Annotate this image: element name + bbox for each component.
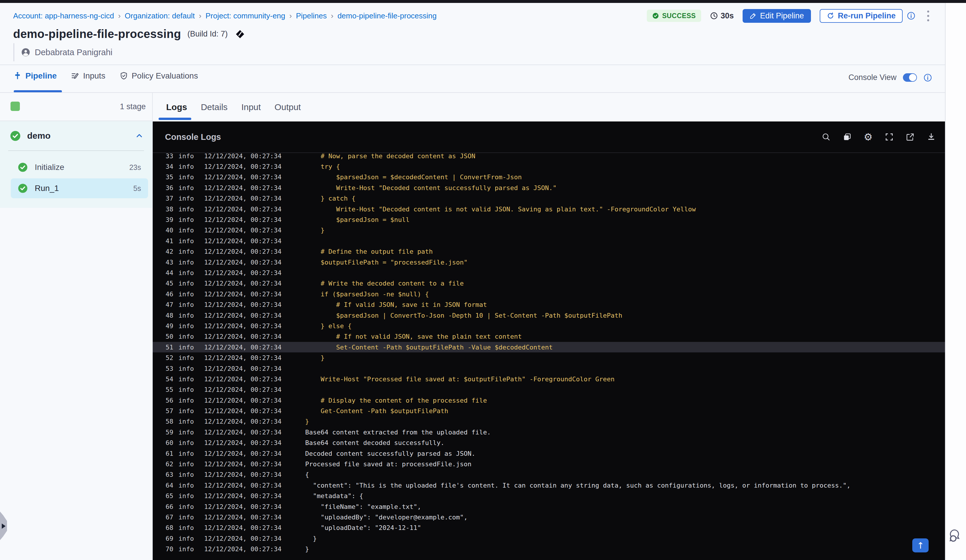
log-row-39[interactable]: 39info12/12/2024, 00:27:34 $parsedJson =… (153, 214, 945, 225)
chevron-up-icon[interactable] (135, 132, 143, 140)
expand-panel-handle[interactable] (0, 512, 7, 540)
log-row-46[interactable]: 46info12/12/2024, 00:27:34 if ($parsedJs… (153, 289, 945, 299)
breadcrumb-link-2[interactable]: Project: community-eng (205, 11, 285, 20)
tab-input[interactable]: Input (241, 102, 261, 112)
log-row-63[interactable]: 63info12/12/2024, 00:27:34{ (153, 470, 945, 480)
breadcrumb-link-0[interactable]: Account: app-harness-ng-cicd (13, 11, 114, 20)
settings-icon[interactable]: ⚙ (863, 132, 873, 142)
log-row-35[interactable]: 35info12/12/2024, 00:27:34 $parsedJson =… (153, 172, 945, 182)
edit-pipeline-button[interactable]: Edit Pipeline (743, 9, 811, 23)
step-name: Run_1 (35, 184, 133, 193)
log-row-68[interactable]: 68info12/12/2024, 00:27:34 "uploadDate":… (153, 522, 945, 533)
log-timestamp: 12/12/2024, 00:27:34 (204, 503, 305, 511)
log-line-number: 37 (166, 195, 178, 202)
log-message: # Now, parse the decoded content as JSON (305, 154, 475, 160)
log-row-36[interactable]: 36info12/12/2024, 00:27:34 Write-Host "D… (153, 182, 945, 193)
log-timestamp: 12/12/2024, 00:27:34 (204, 312, 305, 319)
tab-inputs-label: Inputs (83, 71, 105, 80)
step-duration: 23s (129, 163, 141, 172)
log-message: Base64 content decoded successfully. (305, 439, 444, 447)
console-toolbar: ⚙ (821, 132, 936, 142)
breadcrumb-link-4[interactable]: demo-pipeline-file-processing (338, 11, 437, 20)
log-row-49[interactable]: 49info12/12/2024, 00:27:34 } else { (153, 320, 945, 331)
console-view-toggle[interactable] (903, 73, 917, 82)
stage-header-demo[interactable]: demo (0, 121, 152, 150)
step-detail-tabs: Logs Details Input Output (153, 93, 945, 122)
copy-icon[interactable] (842, 132, 852, 142)
tab-inputs[interactable]: Inputs (71, 71, 105, 80)
log-message: } (305, 354, 324, 361)
log-row-41[interactable]: 41info12/12/2024, 00:27:34 (153, 236, 945, 246)
step-row-run_1[interactable]: Run_15s (11, 178, 148, 198)
log-row-57[interactable]: 57info12/12/2024, 00:27:34 Get-Content -… (153, 406, 945, 416)
stage-status-square (10, 102, 20, 111)
log-message: "fileName": "example.txt", (305, 503, 421, 511)
breadcrumb-link-3[interactable]: Pipelines (296, 11, 327, 20)
log-row-50[interactable]: 50info12/12/2024, 00:27:34 # If not vali… (153, 332, 945, 342)
log-row-40[interactable]: 40info12/12/2024, 00:27:34 } (153, 225, 945, 236)
scroll-to-top-button[interactable]: ↑ (912, 539, 928, 552)
step-row-initialize[interactable]: Initialize23s (11, 158, 148, 177)
log-row-34[interactable]: 34info12/12/2024, 00:27:34 try { (153, 161, 945, 172)
log-row-58[interactable]: 58info12/12/2024, 00:27:34} (153, 416, 945, 427)
log-row-37[interactable]: 37info12/12/2024, 00:27:34 } catch { (153, 193, 945, 204)
log-row-52[interactable]: 52info12/12/2024, 00:27:34 } (153, 352, 945, 363)
log-row-48[interactable]: 48info12/12/2024, 00:27:34 $parsedJson |… (153, 310, 945, 320)
log-row-67[interactable]: 67info12/12/2024, 00:27:34 "uploadedBy":… (153, 512, 945, 522)
log-line-number: 63 (166, 471, 178, 478)
rerun-pipeline-button[interactable]: Re-run Pipeline (820, 9, 903, 23)
log-row-69[interactable]: 69info12/12/2024, 00:27:34 } (153, 533, 945, 544)
log-row-59[interactable]: 59info12/12/2024, 00:27:34Base64 content… (153, 427, 945, 437)
log-line-number: 41 (166, 237, 178, 245)
log-row-60[interactable]: 60info12/12/2024, 00:27:34Base64 content… (153, 438, 945, 448)
tab-logs[interactable]: Logs (166, 102, 187, 112)
log-line-number: 49 (166, 322, 178, 330)
harness-logo-icon (235, 30, 245, 39)
log-line-number: 66 (166, 503, 178, 511)
console-view-label: Console View (848, 73, 897, 82)
log-row-70[interactable]: 70info12/12/2024, 00:27:34} (153, 544, 945, 554)
rerun-info-icon[interactable] (907, 11, 915, 20)
tab-policy-evaluations[interactable]: Policy Evaluations (120, 71, 198, 80)
log-timestamp: 12/12/2024, 00:27:34 (204, 386, 305, 393)
log-row-56[interactable]: 56info12/12/2024, 00:27:34 # Display the… (153, 395, 945, 406)
open-in-new-icon[interactable] (905, 132, 915, 142)
stage-count-row: 1 stage (0, 93, 152, 121)
log-row-45[interactable]: 45info12/12/2024, 00:27:34 # Write the d… (153, 278, 945, 289)
tab-output[interactable]: Output (274, 102, 301, 112)
breadcrumb-link-1[interactable]: Organization: default (125, 11, 195, 20)
log-row-38[interactable]: 38info12/12/2024, 00:27:34 Write-Host "D… (153, 204, 945, 214)
more-options-menu[interactable] (924, 9, 932, 23)
log-row-42[interactable]: 42info12/12/2024, 00:27:34 # Define the … (153, 246, 945, 257)
tab-pipeline[interactable]: Pipeline (13, 71, 57, 80)
log-row-61[interactable]: 61info12/12/2024, 00:27:34Decoded conten… (153, 448, 945, 459)
log-row-44[interactable]: 44info12/12/2024, 00:27:34 (153, 268, 945, 278)
log-timestamp: 12/12/2024, 00:27:34 (204, 184, 305, 192)
log-row-53[interactable]: 53info12/12/2024, 00:27:34 (153, 363, 945, 374)
right-gutter (945, 3, 966, 560)
log-row-65[interactable]: 65info12/12/2024, 00:27:34 "metadata": { (153, 491, 945, 501)
avatar-icon (21, 48, 30, 57)
log-row-64[interactable]: 64info12/12/2024, 00:27:34 "content": "T… (153, 480, 945, 491)
stage-success-icon (10, 130, 21, 141)
console-view-info-icon[interactable] (923, 73, 932, 82)
log-level: info (178, 460, 204, 468)
log-row-55[interactable]: 55info12/12/2024, 00:27:34 (153, 384, 945, 395)
download-icon[interactable] (926, 132, 936, 142)
log-row-54[interactable]: 54info12/12/2024, 00:27:34 Write-Host "P… (153, 374, 945, 384)
log-row-47[interactable]: 47info12/12/2024, 00:27:34 # If valid JS… (153, 299, 945, 310)
log-row-33[interactable]: 33info12/12/2024, 00:27:34 # Now, parse … (153, 154, 945, 161)
log-row-43[interactable]: 43info12/12/2024, 00:27:34 $outputFilePa… (153, 257, 945, 268)
search-icon[interactable] (821, 132, 831, 142)
log-level: info (178, 184, 204, 192)
fullscreen-icon[interactable] (884, 132, 894, 142)
log-level: info (178, 545, 204, 553)
tab-details[interactable]: Details (201, 102, 228, 112)
log-row-51[interactable]: 51info12/12/2024, 00:27:34 Set-Content -… (153, 342, 945, 352)
log-message: Get-Content -Path $outputFilePath (305, 407, 448, 415)
log-line-number: 65 (166, 492, 178, 499)
log-row-66[interactable]: 66info12/12/2024, 00:27:34 "fileName": "… (153, 501, 945, 512)
log-row-62[interactable]: 62info12/12/2024, 00:27:34Processed file… (153, 459, 945, 469)
support-chat-icon[interactable] (948, 528, 964, 544)
log-timestamp: 12/12/2024, 00:27:34 (204, 269, 305, 276)
